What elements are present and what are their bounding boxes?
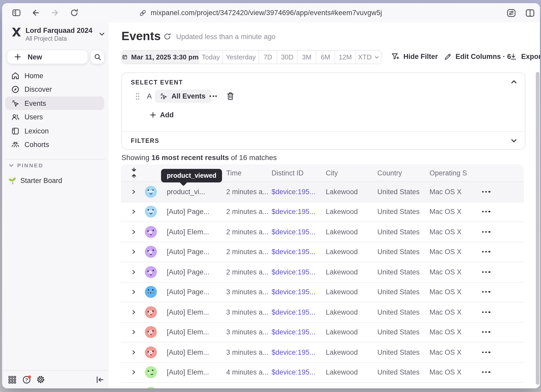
column-header-os[interactable]: Operating S: [429, 169, 476, 177]
table-row[interactable]: product_vi... 2 minutes a... $device:195…: [121, 182, 524, 202]
pinned-section-header[interactable]: PINNED: [8, 162, 44, 168]
export-button[interactable]: Export: [509, 50, 540, 63]
row-menu-button[interactable]: [482, 311, 490, 313]
collapse-sidebar-icon[interactable]: [94, 374, 105, 385]
sidebar-item-label: Cohorts: [24, 141, 49, 149]
collapse-section-icon[interactable]: [510, 78, 518, 85]
row-menu-button[interactable]: [482, 251, 490, 253]
sidebar-item-cohorts[interactable]: Cohorts: [2, 138, 108, 152]
preset-3m[interactable]: 3M: [298, 51, 316, 64]
distinct-id-link[interactable]: $device:195...: [272, 208, 315, 216]
sidebar-toggle-icon[interactable]: [11, 7, 22, 18]
table-row[interactable]: [Auto] Elem... 3 minutes a... $device:19…: [121, 322, 524, 342]
preset-xtd[interactable]: XTD: [356, 51, 382, 64]
sidebar-item-discover[interactable]: Discover: [2, 83, 108, 96]
table-row[interactable]: [Auto] Page... 2 minutes a... $device:19…: [121, 242, 524, 262]
preset-today[interactable]: Today: [199, 51, 223, 64]
sidebar-item-home[interactable]: Home: [2, 69, 108, 83]
page-settings-icon[interactable]: [506, 7, 517, 18]
distinct-id-link[interactable]: $device:195...: [272, 248, 315, 256]
row-expand-chevron[interactable]: [131, 329, 137, 335]
distinct-id-link[interactable]: $device:195...: [272, 288, 315, 296]
column-header-distinct-id[interactable]: Distinct ID: [272, 169, 304, 177]
table-row[interactable]: [Auto] Page... 2 minutes a... $device:19…: [121, 202, 524, 222]
distinct-id-link[interactable]: $device:195...: [272, 328, 315, 336]
refresh-icon[interactable]: [163, 32, 171, 41]
table-row[interactable]: [Auto] Elem... 3 minutes a... $device:19…: [121, 342, 524, 363]
row-menu-button[interactable]: [482, 291, 490, 293]
project-subtitle: All Project Data: [26, 35, 67, 42]
table-row[interactable]: [121, 383, 524, 388]
row-expand-chevron[interactable]: [131, 350, 137, 355]
main-content: Events Updated less than a minute ago Ma…: [108, 22, 540, 388]
distinct-id-link[interactable]: $device:195...: [272, 308, 315, 316]
table-row[interactable]: [Auto] Page... 2 minutes a... $device:19…: [121, 262, 524, 282]
browser-window: mixpanel.com/project/3472420/view/397469…: [2, 3, 540, 388]
project-switcher[interactable]: Lord Farquaad 2024 All Project Data: [7, 24, 103, 46]
distinct-id-link[interactable]: $device:195...: [272, 188, 315, 196]
help-icon[interactable]: ?: [21, 374, 32, 385]
event-avatar: [145, 326, 157, 338]
edit-columns-label: Edit Columns · 6: [456, 53, 511, 60]
preset-30d[interactable]: 30D: [277, 51, 298, 64]
forward-button[interactable]: [50, 7, 60, 18]
row-expand-chevron[interactable]: [131, 269, 137, 275]
hide-filter-label: Hide Filter: [403, 53, 438, 60]
new-button[interactable]: New: [7, 50, 88, 64]
distinct-id-link[interactable]: $device:195...: [272, 228, 315, 236]
hide-filter-button[interactable]: Hide Filter: [391, 50, 438, 63]
row-menu-button[interactable]: [482, 191, 490, 192]
row-menu-button[interactable]: [482, 331, 490, 333]
trash-icon[interactable]: [226, 91, 235, 101]
row-expand-chevron[interactable]: [131, 249, 137, 255]
row-expand-chevron[interactable]: [131, 229, 137, 235]
search-button[interactable]: [90, 50, 105, 64]
preset-12m[interactable]: 12M: [335, 51, 356, 64]
expand-section-icon[interactable]: [510, 137, 518, 144]
preset-6m[interactable]: 6M: [316, 51, 335, 64]
date-picker-segment[interactable]: Mar 11, 2025 3:30 pm: [122, 51, 199, 64]
distinct-id-link[interactable]: $device:195...: [272, 369, 315, 376]
distinct-id-link[interactable]: $device:195...: [272, 348, 315, 356]
table-row[interactable]: [Auto] Elem... 4 minutes a... $device:19…: [121, 363, 524, 383]
row-menu-button[interactable]: [482, 371, 490, 373]
reload-button[interactable]: [69, 7, 80, 18]
row-expand-chevron[interactable]: [131, 189, 137, 195]
drag-handle-icon[interactable]: [135, 92, 140, 101]
split-view-icon[interactable]: [524, 7, 535, 18]
back-button[interactable]: [30, 7, 41, 18]
sidebar-item-events[interactable]: Events: [2, 96, 108, 110]
apps-grid-icon[interactable]: [7, 374, 17, 385]
column-header-time[interactable]: Time: [226, 169, 242, 177]
table-row[interactable]: [Auto] Elem... 3 minutes a... $device:19…: [121, 302, 524, 322]
country-cell: United States: [377, 369, 420, 376]
row-menu-button[interactable]: [482, 211, 490, 212]
table-row[interactable]: [Auto] Elem... 2 minutes a... $device:19…: [121, 222, 524, 242]
edit-columns-button[interactable]: Edit Columns · 6: [444, 50, 511, 63]
row-expand-chevron[interactable]: [131, 309, 137, 315]
column-header-country[interactable]: Country: [377, 169, 402, 177]
distinct-id-link[interactable]: $device:195...: [272, 268, 315, 276]
preset-yesterday[interactable]: Yesterday: [223, 51, 259, 64]
column-header-city[interactable]: City: [326, 169, 338, 177]
address-bar[interactable]: mixpanel.com/project/3472420/view/397469…: [139, 3, 382, 22]
sidebar-item-lexicon[interactable]: Lexicon: [2, 124, 108, 138]
vertical-scrollbar[interactable]: [536, 72, 539, 385]
city-cell: Lakewood: [326, 288, 358, 296]
row-menu-button[interactable]: [482, 231, 490, 232]
row-expand-chevron[interactable]: [131, 370, 137, 375]
row-expand-chevron[interactable]: [131, 209, 137, 215]
all-events-chip[interactable]: All Events: [155, 90, 212, 103]
event-more-button[interactable]: [210, 95, 217, 97]
row-menu-button[interactable]: [482, 271, 490, 273]
sidebar-item-users[interactable]: Users: [2, 110, 108, 124]
add-event-button[interactable]: Add: [150, 111, 174, 119]
table-row[interactable]: [Auto] Page... 3 minutes a... $device:19…: [121, 282, 524, 302]
pinned-item-starter-board[interactable]: 🌱 Starter Board: [8, 177, 62, 185]
row-menu-button[interactable]: [482, 351, 490, 353]
unfold-rows-icon[interactable]: [130, 167, 138, 178]
preset-7d[interactable]: 7D: [259, 51, 277, 64]
plus-icon: [14, 53, 21, 60]
settings-gear-icon[interactable]: [35, 374, 46, 385]
row-expand-chevron[interactable]: [131, 289, 137, 295]
